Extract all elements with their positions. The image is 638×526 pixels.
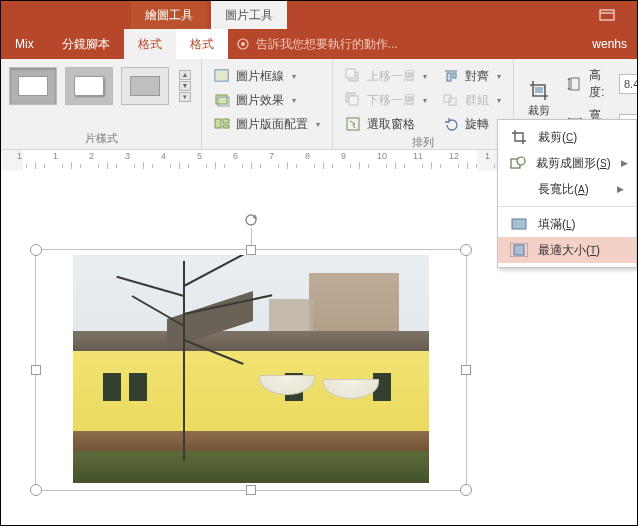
height-control[interactable]: 高度: 8.4 公 <box>567 67 638 101</box>
crop-menu-aspect-ratio[interactable]: 長寬比(A) ▶ <box>498 176 636 202</box>
picture-style-thumb[interactable] <box>121 67 169 105</box>
account-name[interactable]: wenhs <box>582 29 637 59</box>
send-backward-icon <box>345 92 361 108</box>
svg-point-29 <box>246 215 256 225</box>
bring-forward-icon <box>345 68 361 84</box>
svg-rect-18 <box>453 73 456 78</box>
svg-point-25 <box>517 157 525 165</box>
resize-handle[interactable] <box>31 365 41 375</box>
bring-forward-button[interactable]: 上移一層▾ <box>341 65 431 87</box>
crop-shape-icon <box>510 154 526 172</box>
ribbon-display-options-button[interactable] <box>585 1 629 29</box>
tab-format-picture[interactable]: 格式 <box>176 29 228 59</box>
tell-me-search[interactable]: 告訴我您想要執行的動作... <box>236 29 398 59</box>
svg-rect-28 <box>514 245 524 255</box>
border-icon <box>214 68 230 84</box>
layout-icon <box>214 116 230 132</box>
align-icon <box>443 68 459 84</box>
tab-mix[interactable]: Mix <box>1 29 48 59</box>
svg-rect-0 <box>600 10 614 20</box>
title-bar: 繪圖工具 圖片工具 <box>1 1 637 29</box>
crop-menu-crop-to-shape[interactable]: 裁剪成圖形(S) ▶ <box>498 150 636 176</box>
picture-style-thumb[interactable] <box>65 67 113 105</box>
svg-rect-10 <box>223 125 229 128</box>
picture-style-thumb[interactable] <box>9 67 57 105</box>
resize-handle[interactable] <box>30 244 42 256</box>
crop-icon <box>510 128 528 146</box>
crop-menu-fit[interactable]: 最適大小(T) <box>498 237 636 263</box>
tab-storyboard[interactable]: 分鏡腳本 <box>48 29 124 59</box>
svg-rect-17 <box>447 73 451 81</box>
picture-border-button[interactable]: 圖片框線▾ <box>210 65 324 87</box>
svg-rect-21 <box>535 87 543 93</box>
fill-icon <box>510 215 528 233</box>
submenu-arrow-icon: ▶ <box>617 184 624 194</box>
send-backward-button[interactable]: 下移一層▾ <box>341 89 431 111</box>
fit-icon <box>510 241 528 259</box>
selection-pane-icon <box>345 116 361 132</box>
height-input[interactable]: 8.4 公 <box>619 74 638 94</box>
group-icon <box>443 92 459 108</box>
crop-menu-crop[interactable]: 裁剪(C) <box>498 124 636 150</box>
resize-handle[interactable] <box>460 484 472 496</box>
svg-rect-8 <box>215 119 221 128</box>
svg-rect-5 <box>215 70 228 81</box>
rotate-icon <box>443 116 459 132</box>
contextual-tab-picture-tools[interactable]: 圖片工具 <box>211 1 287 29</box>
group-objects-button[interactable]: 群組▾ <box>439 89 505 111</box>
menu-separator <box>498 206 636 207</box>
svg-rect-12 <box>346 69 355 78</box>
picture-layout-button[interactable]: 圖片版面配置▾ <box>210 113 324 135</box>
tab-format-drawing[interactable]: 格式 <box>124 29 176 59</box>
rotate-button[interactable]: 旋轉▾ <box>439 113 505 135</box>
crop-dropdown-menu: 裁剪(C) 裁剪成圖形(S) ▶ 長寬比(A) ▶ 填滿(L) 最適大小(T) <box>497 119 637 268</box>
align-button[interactable]: 對齊▾ <box>439 65 505 87</box>
picture-effects-button[interactable]: 圖片效果▾ <box>210 89 324 111</box>
resize-handle[interactable] <box>461 365 471 375</box>
group-picture-styles: ▲▼▾ 片樣式 <box>1 59 202 149</box>
resize-handle[interactable] <box>246 245 256 255</box>
svg-rect-22 <box>571 78 579 90</box>
style-gallery-scroll[interactable]: ▲▼▾ <box>179 70 191 102</box>
group-picture-adjust: 圖片框線▾ 圖片效果▾ 圖片版面配置▾ <box>202 59 333 149</box>
height-icon <box>567 77 583 91</box>
svg-rect-15 <box>347 118 359 130</box>
inserted-picture[interactable] <box>73 255 429 483</box>
resize-handle[interactable] <box>460 244 472 256</box>
effects-icon <box>214 92 230 108</box>
group-label: 排列 <box>341 135 505 151</box>
resize-handle[interactable] <box>246 485 256 495</box>
svg-rect-14 <box>349 96 358 105</box>
tell-me-placeholder: 告訴我您想要執行的動作... <box>256 36 398 53</box>
selection-pane-button[interactable]: 選取窗格 <box>341 113 431 135</box>
slide <box>1 197 561 525</box>
submenu-arrow-icon: ▶ <box>621 158 628 168</box>
svg-rect-26 <box>512 219 526 229</box>
rotate-handle[interactable] <box>243 212 259 228</box>
group-arrange: 上移一層▾ 下移一層▾ 選取窗格 對齊▾ 群組▾ <box>333 59 514 149</box>
svg-point-3 <box>241 42 245 46</box>
ribbon-tab-row: Mix 分鏡腳本 格式 格式 告訴我您想要執行的動作... wenhs <box>1 29 637 59</box>
crop-icon <box>528 79 550 101</box>
contextual-tab-drawing-tools[interactable]: 繪圖工具 <box>131 1 207 29</box>
svg-rect-9 <box>223 119 229 123</box>
crop-menu-fill[interactable]: 填滿(L) <box>498 211 636 237</box>
group-label: 片樣式 <box>9 131 193 147</box>
resize-handle[interactable] <box>30 484 42 496</box>
